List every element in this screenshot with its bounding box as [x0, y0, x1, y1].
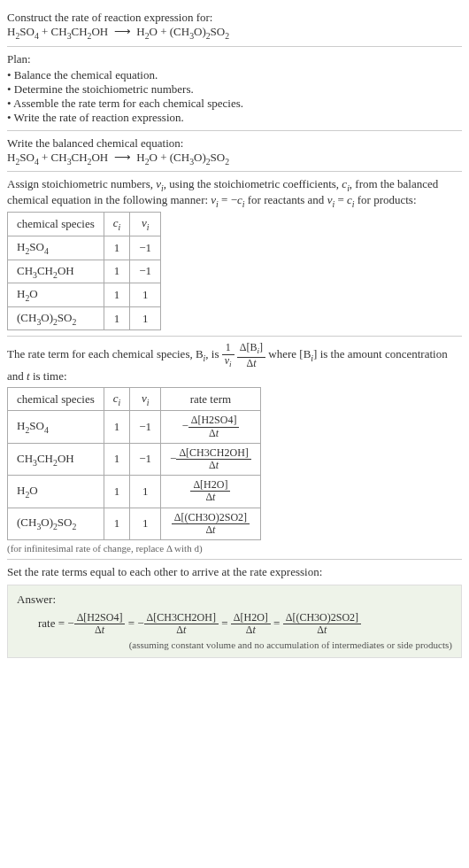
cell-species: CH3CH2OH [8, 443, 104, 475]
cell-species: (CH3O)2SO2 [8, 306, 104, 330]
stoich-table: chemical species ci νi H2SO4 1 −1 CH3CH2… [7, 212, 161, 330]
col-ci: ci [104, 387, 130, 411]
table-row: CH3CH2OH 1 −1 −Δ[CH3CH2OH]Δt [8, 443, 261, 475]
table-row: (CH3O)2SO2 1 1 Δ[(CH3O)2SO2]Δt [8, 508, 261, 539]
rateterm-table: chemical species ci νi rate term H2SO4 1… [7, 387, 261, 540]
cell-ci: 1 [104, 306, 130, 330]
plan-heading: Plan: [7, 52, 462, 66]
intro-equation: H2SO4 + CH3CH2OH ⟶ H2O + (CH3O)2SO2 [7, 25, 462, 41]
cell-ci: 1 [104, 476, 130, 508]
balanced-equation: H2SO4 + CH3CH2OH ⟶ H2O + (CH3O)2SO2 [7, 151, 462, 167]
cell-ci: 1 [104, 443, 130, 475]
stoich-paragraph: Assign stoichiometric numbers, νi, using… [7, 177, 462, 208]
answer-label: Answer: [17, 593, 452, 607]
balanced-heading: Write the balanced chemical equation: [7, 136, 462, 151]
table-header-row: chemical species ci νi [8, 213, 161, 236]
cell-vi: 1 [130, 283, 161, 307]
col-rate: rate term [161, 387, 261, 411]
cell-vi: 1 [130, 306, 161, 330]
cell-ci: 1 [104, 411, 130, 443]
cell-rate: Δ[(CH3O)2SO2]Δt [161, 508, 261, 539]
answer-box: Answer: rate = −Δ[H2SO4]Δt = −Δ[CH3CH2OH… [7, 585, 462, 658]
plan-item: • Write the rate of reaction expression. [7, 111, 462, 125]
plan-list: • Balance the chemical equation. • Deter… [7, 68, 462, 125]
cell-vi: −1 [130, 443, 161, 475]
table-header-row: chemical species ci νi rate term [8, 387, 261, 411]
table-row: (CH3O)2SO2 1 1 [8, 306, 161, 330]
intro-text: Construct the rate of reaction expressio… [7, 11, 462, 25]
table-row: H2SO4 1 −1 −Δ[H2SO4]Δt [8, 411, 261, 443]
cell-species: H2O [8, 283, 104, 307]
cell-vi: −1 [130, 260, 161, 283]
cell-ci: 1 [104, 236, 130, 260]
cell-species: H2SO4 [8, 236, 104, 260]
cell-species: (CH3O)2SO2 [8, 508, 104, 539]
intro-section: Construct the rate of reaction expressio… [7, 5, 462, 47]
plan-item: • Determine the stoichiometric numbers. [7, 82, 462, 97]
rateterm-section: The rate term for each chemical species,… [7, 337, 462, 560]
col-species: chemical species [8, 387, 104, 411]
cell-species: H2O [8, 476, 104, 508]
final-heading: Set the rate terms equal to each other t… [7, 565, 462, 579]
cell-vi: −1 [130, 411, 161, 443]
table-row: H2SO4 1 −1 [8, 236, 161, 260]
rateterm-note: (for infinitesimal rate of change, repla… [7, 543, 462, 554]
rateterm-paragraph: The rate term for each chemical species,… [7, 342, 462, 383]
balanced-section: Write the balanced chemical equation: H2… [7, 131, 462, 173]
plan-item: • Assemble the rate term for each chemic… [7, 97, 462, 111]
cell-species: CH3CH2OH [8, 260, 104, 283]
cell-vi: −1 [130, 236, 161, 260]
col-vi: νi [130, 387, 161, 411]
cell-rate: −Δ[CH3CH2OH]Δt [161, 443, 261, 475]
table-row: H2O 1 1 Δ[H2O]Δt [8, 476, 261, 508]
col-species: chemical species [8, 213, 104, 236]
col-ci: ci [104, 213, 130, 236]
plan-section: Plan: • Balance the chemical equation. •… [7, 47, 462, 131]
cell-ci: 1 [104, 508, 130, 539]
answer-note: (assuming constant volume and no accumul… [17, 639, 452, 650]
table-row: CH3CH2OH 1 −1 [8, 260, 161, 283]
col-vi: νi [130, 213, 161, 236]
final-section: Set the rate terms equal to each other t… [7, 560, 462, 663]
cell-species: H2SO4 [8, 411, 104, 443]
cell-vi: 1 [130, 508, 161, 539]
stoich-section: Assign stoichiometric numbers, νi, using… [7, 172, 462, 337]
cell-ci: 1 [104, 260, 130, 283]
table-row: H2O 1 1 [8, 283, 161, 307]
cell-rate: −Δ[H2SO4]Δt [161, 411, 261, 443]
cell-rate: Δ[H2O]Δt [161, 476, 261, 508]
answer-equation: rate = −Δ[H2SO4]Δt = −Δ[CH3CH2OH]Δt = Δ[… [17, 612, 452, 636]
cell-vi: 1 [130, 476, 161, 508]
plan-item: • Balance the chemical equation. [7, 68, 462, 82]
cell-ci: 1 [104, 283, 130, 307]
